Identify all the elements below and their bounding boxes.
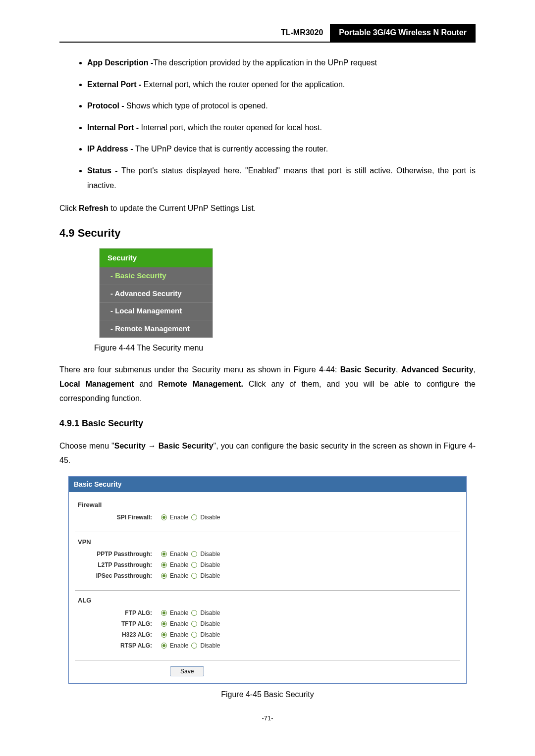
- text: ,: [396, 365, 401, 374]
- desc: External port, which the router opened f…: [144, 80, 345, 89]
- row-ipsec: IPSec Passthrough: Enable Disable: [75, 570, 460, 581]
- label: RTSP ALG:: [75, 641, 161, 650]
- radio-disable[interactable]: [191, 643, 197, 649]
- refresh-instruction: Click Refresh to update the Current UPnP…: [59, 202, 476, 216]
- radio-disable[interactable]: [191, 551, 197, 557]
- basic-security-paragraph: Choose menu "Security → Basic Security",…: [59, 439, 476, 468]
- text: There are four submenus under the Securi…: [59, 365, 340, 374]
- device-title: Portable 3G/4G Wireless N Router: [330, 24, 476, 42]
- radio-enable[interactable]: [161, 514, 167, 520]
- opt-disable-label: Disable: [200, 550, 220, 558]
- menu-item-basic-security: - Basic Security: [100, 267, 213, 285]
- radio-disable[interactable]: [191, 514, 197, 520]
- opt-enable-label: Enable: [170, 560, 188, 569]
- opt-enable-label: Enable: [170, 641, 188, 650]
- group-vpn: VPN: [75, 532, 460, 549]
- label: TFTP ALG:: [75, 619, 161, 628]
- row-spi-firewall: SPI Firewall: Enable Disable: [75, 512, 460, 523]
- security-menu-screenshot: Security - Basic Security - Advanced Sec…: [99, 248, 213, 339]
- label: H323 ALG:: [75, 630, 161, 639]
- text: Click: [59, 204, 79, 212]
- term: External Port -: [87, 80, 144, 89]
- group-alg: ALG: [75, 591, 460, 607]
- radio-disable[interactable]: [191, 621, 197, 627]
- label: SPI Firewall:: [75, 513, 161, 522]
- row-tftp-alg: TFTP ALG: Enable Disable: [75, 618, 460, 629]
- opt-disable-label: Disable: [200, 513, 220, 522]
- text: Choose menu ": [59, 442, 114, 450]
- list-item: App Description -The description provide…: [87, 55, 476, 70]
- list-item: Status - The port's status displayed her…: [87, 163, 476, 193]
- list-item: Protocol - Shows which type of protocol …: [87, 99, 476, 113]
- radio-enable[interactable]: [161, 610, 167, 616]
- opt-disable-label: Disable: [200, 641, 220, 650]
- menu-item-remote-management: - Remote Management: [100, 320, 213, 338]
- section-heading-security: 4.9 Security: [59, 225, 476, 241]
- device-model: TL-MR3020: [274, 24, 330, 42]
- term: App Description -: [87, 58, 153, 67]
- radio-enable[interactable]: [161, 632, 167, 638]
- desc: The description provided by the applicat…: [153, 58, 377, 67]
- list-item: External Port - External port, which the…: [87, 77, 476, 92]
- term: Status -: [87, 166, 121, 175]
- refresh-label: Refresh: [79, 204, 108, 212]
- radio-disable[interactable]: [191, 562, 197, 568]
- term: Protocol -: [87, 101, 126, 110]
- opt-enable-label: Enable: [170, 513, 188, 522]
- page-header: TL-MR3020 Portable 3G/4G Wireless N Rout…: [59, 24, 476, 43]
- panel-title: Basic Security: [69, 477, 466, 492]
- arrow-icon: →: [146, 442, 159, 450]
- radio-enable[interactable]: [161, 643, 167, 649]
- radio-disable[interactable]: [191, 632, 197, 638]
- bold: Local Management: [59, 380, 134, 388]
- text: to update the Current UPnP Settings List…: [108, 204, 256, 212]
- row-rtsp-alg: RTSP ALG: Enable Disable: [75, 640, 460, 651]
- opt-disable-label: Disable: [200, 571, 220, 580]
- radio-enable[interactable]: [161, 551, 167, 557]
- term: Internal Port -: [87, 123, 141, 132]
- radio-enable[interactable]: [161, 573, 167, 579]
- bold: Basic Security: [159, 442, 214, 450]
- submenus-paragraph: There are four submenus under the Securi…: [59, 363, 476, 405]
- row-h323-alg: H323 ALG: Enable Disable: [75, 629, 460, 640]
- page-number: -71-: [59, 713, 476, 723]
- bold: Basic Security: [340, 365, 396, 374]
- opt-disable-label: Disable: [200, 630, 220, 639]
- list-item: Internal Port - Internal port, which the…: [87, 120, 476, 135]
- figure-caption-4-44: Figure 4-44 The Security menu: [94, 342, 476, 354]
- radio-disable[interactable]: [191, 573, 197, 579]
- bold: Security: [114, 442, 146, 450]
- desc: The UPnP device that is currently access…: [135, 145, 328, 153]
- subsection-heading-basic-security: 4.9.1 Basic Security: [59, 417, 476, 430]
- list-item: IP Address - The UPnP device that is cur…: [87, 142, 476, 156]
- opt-enable-label: Enable: [170, 619, 188, 628]
- opt-enable-label: Enable: [170, 571, 188, 580]
- group-firewall: Firewall: [75, 495, 460, 512]
- menu-item-advanced-security: - Advanced Security: [100, 285, 213, 303]
- row-pptp: PPTP Passthrough: Enable Disable: [75, 549, 460, 559]
- term: IP Address -: [87, 145, 135, 153]
- radio-enable[interactable]: [161, 621, 167, 627]
- opt-disable-label: Disable: [200, 619, 220, 628]
- upnp-field-list: App Description -The description provide…: [59, 55, 476, 193]
- basic-security-panel: Basic Security Firewall SPI Firewall: En…: [68, 476, 467, 684]
- opt-enable-label: Enable: [170, 608, 188, 617]
- label: PPTP Passthrough:: [75, 550, 161, 558]
- radio-enable[interactable]: [161, 562, 167, 568]
- label: FTP ALG:: [75, 608, 161, 617]
- label: IPSec Passthrough:: [75, 571, 161, 580]
- bold: Advanced Security: [401, 365, 474, 374]
- opt-disable-label: Disable: [200, 608, 220, 617]
- text: and: [134, 380, 159, 388]
- row-l2tp: L2TP Passthrough: Enable Disable: [75, 559, 460, 570]
- desc: Internal port, which the router opened f…: [141, 123, 322, 132]
- desc: Shows which type of protocol is opened.: [126, 101, 268, 110]
- save-button[interactable]: Save: [170, 666, 204, 676]
- label: L2TP Passthrough:: [75, 560, 161, 569]
- radio-disable[interactable]: [191, 610, 197, 616]
- menu-head: Security: [100, 249, 213, 268]
- desc: The port's status displayed here. "Enabl…: [87, 166, 476, 190]
- menu-item-local-management: - Local Management: [100, 302, 213, 320]
- text: ,: [474, 365, 476, 374]
- row-ftp-alg: FTP ALG: Enable Disable: [75, 607, 460, 618]
